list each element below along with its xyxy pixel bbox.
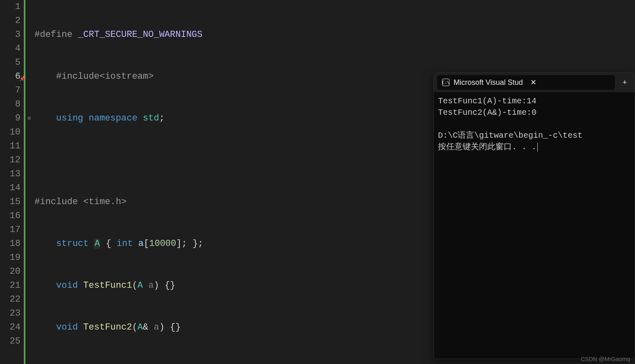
- fold-cell: [25, 84, 33, 98]
- fold-cell: [25, 153, 33, 167]
- line-number: 8: [0, 98, 21, 111]
- line-number: 22: [0, 293, 21, 307]
- line-number: 11: [0, 139, 21, 153]
- fold-cell: [25, 209, 33, 223]
- fold-cell: [25, 181, 33, 195]
- line-number: 5: [0, 56, 21, 70]
- code-line: int main(): [34, 362, 635, 364]
- line-number: 20: [0, 265, 21, 279]
- code-line: #define _CRT_SECURE_NO_WARNINGS: [34, 28, 635, 42]
- line-number: 14: [0, 181, 21, 195]
- line-number: 12: [0, 153, 21, 167]
- line-number: 7: [0, 84, 21, 98]
- line-number: 6📌: [0, 70, 21, 84]
- line-number: 9: [0, 111, 21, 125]
- line-number: 25: [0, 334, 21, 348]
- line-number: 17: [0, 223, 21, 237]
- fold-cell: [25, 237, 33, 251]
- line-number: 4: [0, 42, 21, 56]
- fold-cell: [25, 98, 33, 111]
- close-tab-button[interactable]: ✕: [527, 76, 540, 89]
- line-number: 24: [0, 321, 21, 334]
- terminal-cursor: [537, 143, 538, 152]
- fold-cell: [25, 56, 33, 70]
- fold-cell: [25, 223, 33, 237]
- new-tab-button[interactable]: +: [618, 76, 631, 89]
- fold-cell: [25, 42, 33, 56]
- fold-cell: [25, 279, 33, 293]
- line-number: 16: [0, 209, 21, 223]
- terminal-window[interactable]: C:\ Microsoft Visual Stud ✕ + TestFunc1(…: [433, 72, 635, 359]
- line-number: 18: [0, 237, 21, 251]
- terminal-tab-title: Microsoft Visual Stud: [454, 78, 523, 87]
- fold-cell[interactable]: ⊟: [25, 111, 33, 125]
- fold-cell: [25, 14, 33, 28]
- fold-column: ⊟: [25, 0, 33, 364]
- fold-cell: [25, 265, 33, 279]
- fold-cell: [25, 28, 33, 42]
- line-number: 19: [0, 251, 21, 265]
- line-number: 23: [0, 307, 21, 321]
- fold-cell: [25, 167, 33, 181]
- line-number: 21: [0, 279, 21, 293]
- terminal-line: TestFunc1(A)-time:14: [438, 96, 536, 106]
- terminal-line: D:\C语言\gitware\begin_-c\test: [438, 131, 582, 140]
- terminal-output[interactable]: TestFunc1(A)-time:14 TestFunc2(A&)-time:…: [434, 92, 635, 359]
- fold-cell: [25, 251, 33, 265]
- line-number: 10: [0, 125, 21, 139]
- fold-cell: [25, 321, 33, 334]
- terminal-line: TestFunc2(A&)-time:0: [438, 108, 536, 117]
- fold-cell: [25, 125, 33, 139]
- fold-cell: [25, 195, 33, 209]
- line-number-gutter: 123456📌789101112131415161718192021222324…: [0, 0, 24, 364]
- fold-cell: [25, 307, 33, 321]
- line-number: 1: [0, 0, 21, 14]
- line-number: 2: [0, 14, 21, 28]
- line-number: 15: [0, 195, 21, 209]
- line-number: 3: [0, 28, 21, 42]
- terminal-tab[interactable]: C:\ Microsoft Visual Stud ✕: [437, 75, 615, 90]
- terminal-line: 按任意键关闭此窗口. . .: [438, 142, 536, 152]
- fold-cell: [25, 334, 33, 348]
- line-number: 13: [0, 167, 21, 181]
- fold-cell: [25, 293, 33, 307]
- fold-cell: [25, 139, 33, 153]
- fold-cell: [25, 0, 33, 14]
- terminal-icon: C:\: [442, 79, 449, 86]
- fold-cell: [25, 70, 33, 84]
- watermark: CSDN @MrGaomq: [581, 356, 630, 362]
- terminal-titlebar[interactable]: C:\ Microsoft Visual Stud ✕ +: [434, 73, 635, 92]
